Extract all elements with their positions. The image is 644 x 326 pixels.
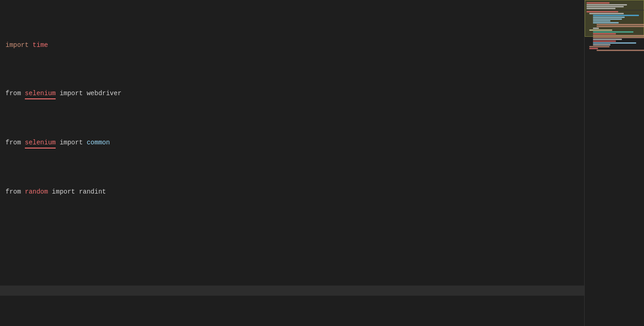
- line-from-selenium-common: from selenium import common: [0, 138, 584, 149]
- minimap-sidebar: [584, 0, 644, 326]
- line-from-random-randint: from random import randint: [0, 187, 584, 197]
- line-blank1: [0, 235, 584, 245]
- code-content: import time from selenium import webdriv…: [0, 0, 584, 326]
- code-editor[interactable]: import time from selenium import webdriv…: [0, 0, 584, 326]
- minimap-content: [585, 0, 644, 53]
- line-from-selenium-webdriver: from selenium import webdriver: [0, 89, 584, 99]
- line-import-time: import time: [0, 40, 584, 50]
- minimap[interactable]: [585, 0, 644, 326]
- line-separator: [0, 286, 584, 296]
